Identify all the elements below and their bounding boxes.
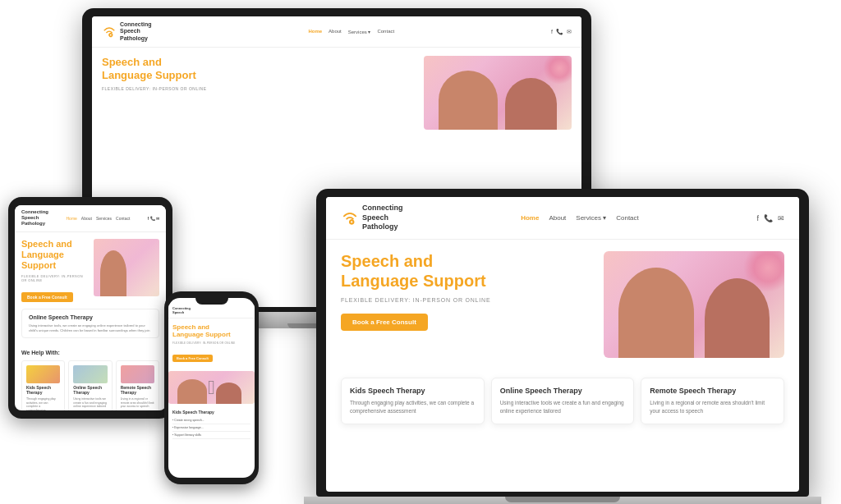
scene: Connecting Speech Pathology Home About S… xyxy=(0,0,841,504)
macbook-logo: Connecting Speech Pathology xyxy=(341,204,403,232)
tablet-nav-links: Home About Services Contact xyxy=(66,216,130,221)
tablet-logo: Connecting Speech Pathology xyxy=(21,209,48,227)
phone-icon[interactable]: 📞 xyxy=(556,29,563,35)
tablet-fb-icon[interactable]: f xyxy=(148,216,149,221)
tablet-hero-left: Speech and Language Support FLEXIBLE DEL… xyxy=(21,239,89,303)
macbook-cta-button[interactable]: Book a Free Consult xyxy=(341,314,428,331)
macbook-logo-icon xyxy=(341,209,359,227)
tablet-card-1: Kids Speech Therapy Through engaging pla… xyxy=(21,360,65,410)
tablet-email-icon[interactable]: ✉ xyxy=(156,216,159,221)
phone-notch xyxy=(195,298,228,305)
tablet-cards: Kids Speech Therapy Through engaging pla… xyxy=(15,360,166,410)
tablet-card-3: Remote Speech Therapy Living in a region… xyxy=(116,360,159,410)
macbook-hero: Speech and Language Support FLEXIBLE DEL… xyxy=(326,240,799,369)
tablet-nav-icons: f 📞 ✉ xyxy=(148,216,159,221)
laptop-hero: Speech and Language Support FLEXIBLE DEL… xyxy=(92,48,581,138)
facebook-icon[interactable]: f xyxy=(551,29,553,35)
phone-inner: Connecting Speech Speech and Language Su… xyxy=(168,298,255,478)
laptop-nav-links: Home About Services ▾ Contact xyxy=(308,29,394,34)
laptop-logo: Connecting Speech Pathology xyxy=(102,21,152,42)
laptop-hero-image xyxy=(424,56,572,130)
tablet-help-section: We Help With: xyxy=(15,345,166,360)
macbook-card-3: Remote Speech Therapy Living in a region… xyxy=(641,378,784,424)
macbook-card-1: Kids Speech Therapy Through engaging pla… xyxy=(341,378,485,424)
macbook-hero-image xyxy=(604,251,784,358)
phone-hero: Speech and Language Support FLEXIBLE DEL… xyxy=(168,318,255,368)
macbook-hero-subtitle: FLEXIBLE DELIVERY: IN-PERSON OR ONLINE xyxy=(341,297,592,303)
phone-list-item-1: • Create strong speech... xyxy=(172,417,250,424)
phone-cta-button[interactable]: Book a Free Consult xyxy=(172,355,213,362)
laptop-hero-subtitle: FLEXIBLE DELIVERY: IN-PERSON OR ONLINE xyxy=(102,86,416,91)
laptop-hero-left: Speech and Language Support FLEXIBLE DEL… xyxy=(102,56,416,98)
phone-list: • Create strong speech... • Expressive l… xyxy=(168,417,255,439)
macbook-screen-inner: Connecting Speech Pathology Home About S… xyxy=(326,197,799,492)
macbook-cards: Kids Speech Therapy Through engaging pla… xyxy=(326,369,799,433)
macbook-hero-left: Speech and Language Support FLEXIBLE DEL… xyxy=(341,251,592,331)
tablet-card-img-2 xyxy=(73,365,107,383)
laptop-site-nav: Connecting Speech Pathology Home About S… xyxy=(92,16,581,48)
phone-section-title: Kids Speech Therapy xyxy=(168,407,255,417)
phone-hero-image:  xyxy=(168,371,255,404)
laptop-hero-right xyxy=(424,56,572,130)
phone-nav: Connecting Speech xyxy=(168,305,255,318)
tablet-card-img-3 xyxy=(121,365,154,383)
email-icon[interactable]: ✉ xyxy=(567,29,572,35)
tablet-cta-button[interactable]: Book a Free Consult xyxy=(21,292,73,302)
macbook-nav-links: Home About Services ▾ Contact xyxy=(521,214,639,222)
apple-logo:  xyxy=(208,376,215,399)
tablet-hero: Speech and Language Support FLEXIBLE DEL… xyxy=(15,232,166,309)
macbook-site-nav: Connecting Speech Pathology Home About S… xyxy=(326,197,799,240)
macbook-hero-title: Speech and Language Support xyxy=(341,251,592,291)
macbook-flower-deco xyxy=(743,251,784,292)
tablet-device: Connecting Speech Pathology Home About S… xyxy=(8,197,172,419)
macbook-screen-outer: Connecting Speech Pathology Home About S… xyxy=(316,189,809,497)
macbook-facebook-icon[interactable]: f xyxy=(756,214,759,222)
tablet-phone-icon[interactable]: 📞 xyxy=(150,216,155,221)
macbook-device: Connecting Speech Pathology Home About S… xyxy=(316,189,825,504)
macbook-email-icon[interactable]: ✉ xyxy=(778,214,784,222)
tablet-nav: Connecting Speech Pathology Home About S… xyxy=(15,205,166,232)
phone-device: Connecting Speech Speech and Language Su… xyxy=(164,291,259,484)
macbook-phone-icon[interactable]: 📞 xyxy=(764,214,773,222)
flower-decoration xyxy=(543,56,572,85)
tablet-outer: Connecting Speech Pathology Home About S… xyxy=(8,197,172,419)
tablet-online-speech-box: Online Speech Therapy Using interactive … xyxy=(21,309,159,338)
laptop-hero-title: Speech and Language Support xyxy=(102,56,416,81)
phone-list-item-3: • Support literacy skills xyxy=(172,432,250,439)
logo-wifi-icon xyxy=(102,25,117,39)
tablet-card-img-1 xyxy=(26,365,60,383)
phone-list-item-2: • Expressive language... xyxy=(172,424,250,432)
phone-logo: Connecting Speech xyxy=(172,307,191,315)
phone-hero-title: Speech and Language Support xyxy=(172,323,250,339)
tablet-hero-subtitle: FLEXIBLE DELIVERY: IN-PERSON OR ONLINE xyxy=(21,274,89,282)
phone-outer: Connecting Speech Speech and Language Su… xyxy=(164,291,259,484)
tablet-hero-image xyxy=(94,239,159,296)
macbook-card-2: Online Speech Therapy Using interactive … xyxy=(491,378,635,424)
tablet-inner: Connecting Speech Pathology Home About S… xyxy=(15,205,166,410)
phone-hero-subtitle: FLEXIBLE DELIVERY: IN-PERSON OR ONLINE xyxy=(172,341,250,345)
macbook-base xyxy=(304,497,821,504)
macbook-nav-icons: f 📞 ✉ xyxy=(756,214,784,222)
laptop-nav-icons: f 📞 ✉ xyxy=(551,29,572,35)
tablet-hero-title: Speech and Language Support xyxy=(21,239,89,272)
tablet-card-2: Online Speech Therapy Using interactive … xyxy=(68,360,112,410)
